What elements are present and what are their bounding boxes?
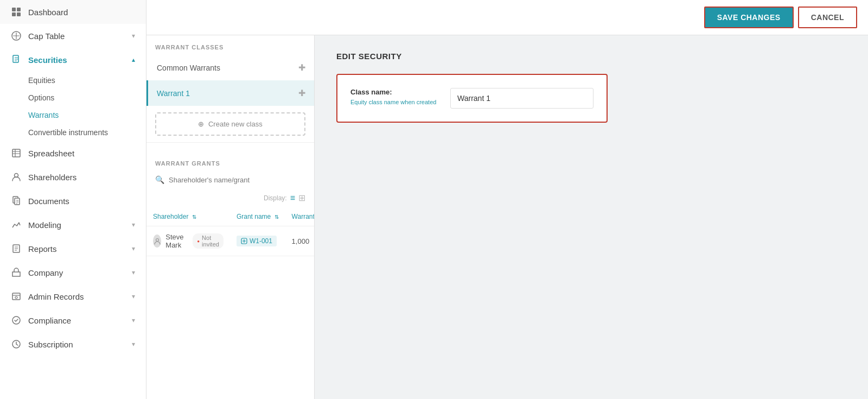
reports-icon: [11, 243, 22, 254]
cancel-button[interactable]: CANCEL: [798, 7, 857, 28]
edit-security-title: EDIT SECURITY: [336, 52, 846, 61]
compliance-icon: [11, 315, 22, 326]
sidebar-item-shareholders[interactable]: Shareholders: [0, 165, 146, 189]
sidebar: Dashboard Cap Table ▾ Securities ▴ Equit…: [0, 0, 146, 399]
document-icon: [11, 54, 22, 65]
table-row: Steve Mark Not invited W1-001 1,000: [146, 226, 315, 256]
col-grant-name[interactable]: Grant name ⇅: [230, 207, 285, 226]
save-changes-button[interactable]: SAVE CHANGES: [704, 7, 794, 28]
sidebar-item-modeling-label: Modeling: [28, 220, 61, 230]
grants-table: Shareholder ⇅ Grant name ⇅ Warrants ⇅: [146, 207, 315, 256]
sidebar-item-company[interactable]: Company ▾: [0, 261, 146, 284]
sidebar-item-admin-records-label: Admin Records: [28, 292, 84, 301]
sidebar-item-convertible[interactable]: Convertible instruments: [28, 124, 146, 141]
sort-icon: ⇅: [275, 214, 279, 220]
class-item-warrant-1[interactable]: Warrant 1 ✚: [146, 80, 314, 106]
sidebar-item-reports[interactable]: Reports ▾: [0, 237, 146, 261]
warrant-grants-section: WARRANT GRANTS 🔍 Display: ≡ ⊞: [146, 142, 314, 256]
class-name-input[interactable]: [450, 88, 593, 109]
subscription-icon: [11, 339, 22, 350]
svg-rect-0: [12, 8, 16, 11]
sidebar-item-dashboard[interactable]: Dashboard: [0, 0, 146, 24]
sidebar-item-admin-records[interactable]: Admin Records ▾: [0, 284, 146, 308]
main-area: SAVE CHANGES CANCEL WARRANT CLASSES Comm…: [146, 0, 868, 399]
class-name-hint: Equity class name when created: [350, 98, 437, 106]
sidebar-item-documents-label: Documents: [28, 197, 69, 206]
svg-point-13: [15, 296, 17, 299]
sidebar-item-dashboard-label: Dashboard: [28, 8, 68, 17]
sidebar-item-compliance[interactable]: Compliance ▾: [0, 308, 146, 332]
grant-chip: W1-001: [237, 236, 277, 246]
search-input[interactable]: [169, 176, 305, 184]
sidebar-item-cap-table[interactable]: Cap Table ▾: [0, 24, 146, 48]
cell-grant-name: W1-001: [230, 226, 285, 256]
chevron-down-icon: ▾: [132, 269, 135, 276]
class-item-common-warrants[interactable]: Common Warrants ✚: [146, 55, 314, 80]
create-class-label: Create new class: [208, 120, 263, 128]
svg-rect-1: [17, 8, 21, 11]
chevron-down-icon: ▾: [132, 245, 135, 252]
sort-icon: ⇅: [192, 214, 196, 220]
sidebar-item-shareholders-label: Shareholders: [28, 173, 76, 182]
col-warrants[interactable]: Warrants ⇅: [285, 207, 315, 226]
warrant-classes-title: WARRANT CLASSES: [146, 35, 314, 55]
table-icon: [11, 30, 22, 41]
securities-submenu: Equities Options Warrants Convertible in…: [0, 72, 146, 141]
search-icon: 🔍: [155, 175, 164, 184]
list-view-icon[interactable]: ≡: [290, 193, 295, 203]
content-area: WARRANT CLASSES Common Warrants ✚ Warran…: [146, 35, 868, 399]
admin-icon: [11, 291, 22, 302]
col-shareholder[interactable]: Shareholder ⇅: [146, 207, 230, 226]
svg-point-16: [156, 239, 158, 242]
sidebar-item-securities[interactable]: Securities ▴: [0, 48, 146, 72]
cell-shareholder: Steve Mark Not invited: [146, 226, 230, 256]
chevron-down-icon: ▾: [132, 221, 135, 229]
cell-warrants: 1,000: [285, 226, 315, 256]
sidebar-item-options[interactable]: Options: [28, 89, 146, 106]
sidebar-item-equities[interactable]: Equities: [28, 72, 146, 89]
plus-circle-icon: ⊕: [198, 120, 204, 128]
shareholder-name: Steve Mark: [165, 233, 188, 249]
svg-rect-3: [17, 12, 21, 16]
sidebar-item-cap-table-label: Cap Table: [28, 31, 65, 41]
class-name-label: Class name:: [350, 88, 437, 96]
warrant-grants-title: WARRANT GRANTS: [146, 151, 314, 171]
plus-icon[interactable]: ✚: [298, 62, 305, 73]
sidebar-item-spreadsheet-label: Spreadsheet: [28, 149, 74, 158]
sidebar-item-warrants[interactable]: Warrants: [28, 106, 146, 124]
avatar: [153, 235, 161, 248]
sidebar-item-compliance-label: Compliance: [28, 316, 71, 325]
person-icon: [11, 172, 22, 182]
chevron-down-icon: ▾: [132, 340, 135, 348]
not-invited-badge: Not invited: [193, 233, 224, 249]
sidebar-item-securities-label: Securities: [28, 55, 67, 65]
sidebar-item-modeling[interactable]: Modeling ▾: [0, 213, 146, 237]
chevron-down-icon: ▾: [132, 316, 135, 324]
class-item-label: Common Warrants: [157, 64, 220, 72]
sidebar-item-subscription-label: Subscription: [28, 340, 73, 349]
field-label-group: Class name: Equity class name when creat…: [350, 88, 437, 106]
edit-security-card: Class name: Equity class name when creat…: [336, 74, 608, 123]
sidebar-item-documents[interactable]: Documents: [0, 189, 146, 213]
display-controls: Display: ≡ ⊞: [146, 188, 314, 207]
model-icon: [11, 219, 22, 230]
plus-icon[interactable]: ✚: [298, 88, 305, 98]
company-icon: [11, 267, 22, 278]
svg-rect-11: [12, 272, 20, 276]
docs-icon: [11, 195, 22, 206]
warrant-classes-section: WARRANT CLASSES Common Warrants ✚ Warran…: [146, 35, 314, 142]
chevron-down-icon: ▾: [132, 32, 135, 40]
class-item-label: Warrant 1: [157, 89, 190, 98]
svg-rect-6: [12, 149, 20, 157]
chevron-down-icon: ▾: [132, 293, 135, 300]
topbar: SAVE CHANGES CANCEL: [146, 0, 868, 35]
chevron-up-icon: ▴: [132, 56, 135, 64]
grid-view-icon[interactable]: ⊞: [298, 193, 305, 203]
svg-rect-2: [12, 12, 16, 16]
sidebar-item-reports-label: Reports: [28, 244, 57, 254]
sidebar-item-subscription[interactable]: Subscription ▾: [0, 332, 146, 356]
create-class-button[interactable]: ⊕ Create new class: [155, 112, 305, 136]
warrant-panel: WARRANT CLASSES Common Warrants ✚ Warran…: [146, 35, 315, 399]
sidebar-item-company-label: Company: [28, 268, 63, 277]
sidebar-item-spreadsheet[interactable]: Spreadsheet: [0, 141, 146, 165]
